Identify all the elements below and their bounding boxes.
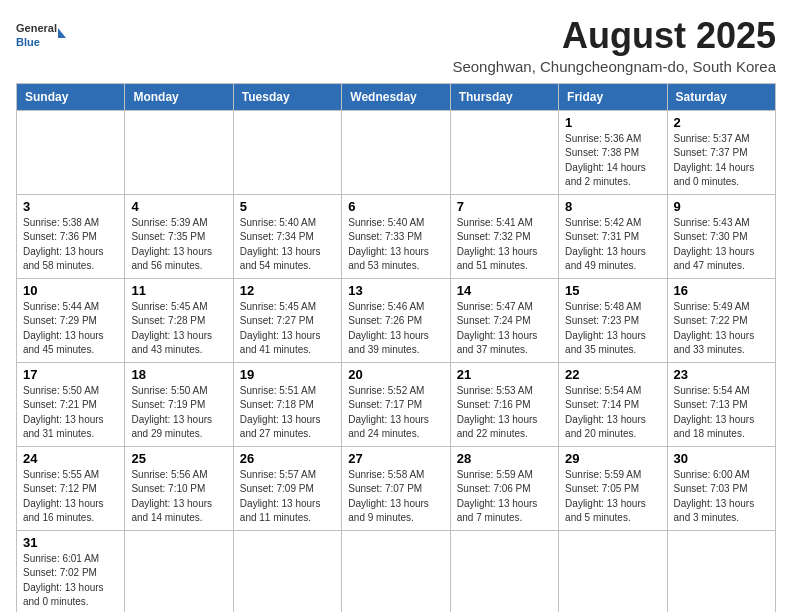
day-info: Sunrise: 5:51 AM Sunset: 7:18 PM Dayligh… [240,384,335,442]
calendar-cell: 9Sunrise: 5:43 AM Sunset: 7:30 PM Daylig… [667,194,775,278]
day-info: Sunrise: 5:36 AM Sunset: 7:38 PM Dayligh… [565,132,660,190]
day-number: 19 [240,367,335,382]
day-number: 25 [131,451,226,466]
calendar-cell [450,530,558,612]
day-info: Sunrise: 5:50 AM Sunset: 7:19 PM Dayligh… [131,384,226,442]
calendar-cell [233,530,341,612]
day-info: Sunrise: 5:37 AM Sunset: 7:37 PM Dayligh… [674,132,769,190]
weekday-header-monday: Monday [125,83,233,110]
calendar-cell: 8Sunrise: 5:42 AM Sunset: 7:31 PM Daylig… [559,194,667,278]
weekday-header-sunday: Sunday [17,83,125,110]
calendar-cell: 24Sunrise: 5:55 AM Sunset: 7:12 PM Dayli… [17,446,125,530]
day-number: 30 [674,451,769,466]
day-number: 13 [348,283,443,298]
day-number: 20 [348,367,443,382]
svg-text:Blue: Blue [16,36,40,48]
day-number: 6 [348,199,443,214]
calendar-cell: 3Sunrise: 5:38 AM Sunset: 7:36 PM Daylig… [17,194,125,278]
weekday-header-thursday: Thursday [450,83,558,110]
day-number: 23 [674,367,769,382]
svg-marker-2 [58,28,66,38]
calendar-cell [450,110,558,194]
day-info: Sunrise: 5:47 AM Sunset: 7:24 PM Dayligh… [457,300,552,358]
calendar-cell: 29Sunrise: 5:59 AM Sunset: 7:05 PM Dayli… [559,446,667,530]
day-info: Sunrise: 5:43 AM Sunset: 7:30 PM Dayligh… [674,216,769,274]
day-info: Sunrise: 5:46 AM Sunset: 7:26 PM Dayligh… [348,300,443,358]
calendar-cell: 16Sunrise: 5:49 AM Sunset: 7:22 PM Dayli… [667,278,775,362]
calendar-cell [667,530,775,612]
day-info: Sunrise: 6:01 AM Sunset: 7:02 PM Dayligh… [23,552,118,610]
calendar-cell: 22Sunrise: 5:54 AM Sunset: 7:14 PM Dayli… [559,362,667,446]
day-number: 9 [674,199,769,214]
day-number: 11 [131,283,226,298]
day-info: Sunrise: 5:49 AM Sunset: 7:22 PM Dayligh… [674,300,769,358]
day-info: Sunrise: 5:58 AM Sunset: 7:07 PM Dayligh… [348,468,443,526]
calendar-cell: 11Sunrise: 5:45 AM Sunset: 7:28 PM Dayli… [125,278,233,362]
calendar-cell: 30Sunrise: 6:00 AM Sunset: 7:03 PM Dayli… [667,446,775,530]
calendar-cell: 20Sunrise: 5:52 AM Sunset: 7:17 PM Dayli… [342,362,450,446]
weekday-header-saturday: Saturday [667,83,775,110]
day-info: Sunrise: 5:50 AM Sunset: 7:21 PM Dayligh… [23,384,118,442]
day-info: Sunrise: 5:44 AM Sunset: 7:29 PM Dayligh… [23,300,118,358]
calendar-cell: 4Sunrise: 5:39 AM Sunset: 7:35 PM Daylig… [125,194,233,278]
day-number: 12 [240,283,335,298]
calendar-cell: 28Sunrise: 5:59 AM Sunset: 7:06 PM Dayli… [450,446,558,530]
day-number: 29 [565,451,660,466]
location-title: Seonghwan, Chungcheongnam-do, South Kore… [452,58,776,75]
weekday-header-wednesday: Wednesday [342,83,450,110]
day-number: 24 [23,451,118,466]
day-info: Sunrise: 5:59 AM Sunset: 7:05 PM Dayligh… [565,468,660,526]
day-info: Sunrise: 5:40 AM Sunset: 7:33 PM Dayligh… [348,216,443,274]
day-number: 2 [674,115,769,130]
logo: General Blue [16,16,66,60]
calendar-cell: 26Sunrise: 5:57 AM Sunset: 7:09 PM Dayli… [233,446,341,530]
day-info: Sunrise: 6:00 AM Sunset: 7:03 PM Dayligh… [674,468,769,526]
page-header: General Blue August 2025 Seonghwan, Chun… [16,16,776,75]
day-info: Sunrise: 5:54 AM Sunset: 7:14 PM Dayligh… [565,384,660,442]
calendar-cell: 17Sunrise: 5:50 AM Sunset: 7:21 PM Dayli… [17,362,125,446]
calendar-cell [233,110,341,194]
day-info: Sunrise: 5:54 AM Sunset: 7:13 PM Dayligh… [674,384,769,442]
day-number: 15 [565,283,660,298]
day-number: 21 [457,367,552,382]
day-info: Sunrise: 5:52 AM Sunset: 7:17 PM Dayligh… [348,384,443,442]
day-info: Sunrise: 5:48 AM Sunset: 7:23 PM Dayligh… [565,300,660,358]
day-info: Sunrise: 5:53 AM Sunset: 7:16 PM Dayligh… [457,384,552,442]
calendar-cell: 19Sunrise: 5:51 AM Sunset: 7:18 PM Dayli… [233,362,341,446]
day-number: 22 [565,367,660,382]
title-block: August 2025 Seonghwan, Chungcheongnam-do… [452,16,776,75]
day-number: 1 [565,115,660,130]
calendar-cell: 25Sunrise: 5:56 AM Sunset: 7:10 PM Dayli… [125,446,233,530]
weekday-header-tuesday: Tuesday [233,83,341,110]
calendar-cell [17,110,125,194]
day-number: 16 [674,283,769,298]
svg-text:General: General [16,22,57,34]
calendar-cell [125,110,233,194]
day-info: Sunrise: 5:39 AM Sunset: 7:35 PM Dayligh… [131,216,226,274]
calendar-cell: 1Sunrise: 5:36 AM Sunset: 7:38 PM Daylig… [559,110,667,194]
day-number: 8 [565,199,660,214]
day-number: 7 [457,199,552,214]
calendar-cell [125,530,233,612]
day-info: Sunrise: 5:55 AM Sunset: 7:12 PM Dayligh… [23,468,118,526]
calendar-table: SundayMondayTuesdayWednesdayThursdayFrid… [16,83,776,612]
calendar-cell: 2Sunrise: 5:37 AM Sunset: 7:37 PM Daylig… [667,110,775,194]
day-info: Sunrise: 5:42 AM Sunset: 7:31 PM Dayligh… [565,216,660,274]
day-info: Sunrise: 5:38 AM Sunset: 7:36 PM Dayligh… [23,216,118,274]
calendar-cell: 31Sunrise: 6:01 AM Sunset: 7:02 PM Dayli… [17,530,125,612]
day-number: 17 [23,367,118,382]
calendar-cell: 6Sunrise: 5:40 AM Sunset: 7:33 PM Daylig… [342,194,450,278]
day-number: 3 [23,199,118,214]
day-info: Sunrise: 5:40 AM Sunset: 7:34 PM Dayligh… [240,216,335,274]
calendar-cell [559,530,667,612]
calendar-cell [342,110,450,194]
day-number: 31 [23,535,118,550]
day-number: 14 [457,283,552,298]
calendar-cell: 7Sunrise: 5:41 AM Sunset: 7:32 PM Daylig… [450,194,558,278]
day-info: Sunrise: 5:45 AM Sunset: 7:28 PM Dayligh… [131,300,226,358]
calendar-cell: 18Sunrise: 5:50 AM Sunset: 7:19 PM Dayli… [125,362,233,446]
calendar-cell: 12Sunrise: 5:45 AM Sunset: 7:27 PM Dayli… [233,278,341,362]
day-number: 5 [240,199,335,214]
calendar-cell: 13Sunrise: 5:46 AM Sunset: 7:26 PM Dayli… [342,278,450,362]
day-info: Sunrise: 5:57 AM Sunset: 7:09 PM Dayligh… [240,468,335,526]
